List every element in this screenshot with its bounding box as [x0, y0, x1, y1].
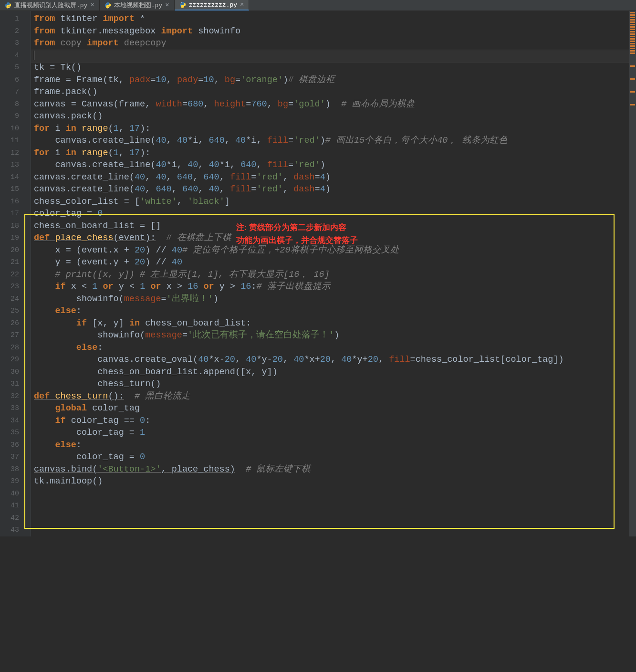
line-number[interactable]: 32: [0, 390, 24, 403]
line-number[interactable]: 17: [0, 208, 24, 220]
line-number[interactable]: 13: [0, 159, 24, 171]
code-line[interactable]: chess_on_board_list.append([x, y]): [34, 366, 629, 378]
line-number[interactable]: 24: [0, 293, 24, 305]
code-line[interactable]: canvas.create_line(40, 640, 640, 40, fil…: [34, 183, 629, 196]
code-line[interactable]: chess_turn(): [34, 378, 629, 390]
code-line[interactable]: canvas.create_line(40, 40*i, 640, 40*i, …: [34, 135, 629, 147]
line-number[interactable]: 38: [0, 463, 24, 476]
code-line[interactable]: chess_color_list = ['white', 'black']: [34, 196, 629, 208]
warning-marker[interactable]: [630, 31, 635, 32]
code-editor[interactable]: 1234567891011121314151617181920212223242…: [0, 11, 636, 536]
code-line[interactable]: color_tag = 1: [34, 427, 629, 439]
code-area[interactable]: from tkinter import *from tkinter.messag…: [31, 11, 629, 536]
code-line[interactable]: frame.pack(): [34, 86, 629, 98]
code-line[interactable]: canvas.pack(): [34, 110, 629, 123]
line-number[interactable]: 22: [0, 269, 24, 281]
warning-marker[interactable]: [630, 21, 635, 23]
warning-marker[interactable]: [630, 48, 635, 49]
line-number[interactable]: 12: [0, 147, 24, 159]
editor-tab[interactable]: 本地视频档图.py×: [100, 0, 175, 10]
line-number[interactable]: 14: [0, 171, 24, 184]
line-number[interactable]: 23: [0, 281, 24, 293]
warning-marker[interactable]: [630, 26, 635, 28]
warning-marker[interactable]: [630, 41, 635, 42]
line-number[interactable]: 5: [0, 62, 24, 74]
line-number[interactable]: 30: [0, 366, 24, 378]
close-icon[interactable]: ×: [240, 1, 244, 8]
line-number[interactable]: 26: [0, 317, 24, 330]
line-number[interactable]: 34: [0, 415, 24, 427]
line-number[interactable]: 7: [0, 86, 24, 98]
line-number[interactable]: 37: [0, 451, 24, 463]
code-line[interactable]: tk = Tk(): [34, 62, 629, 74]
code-line[interactable]: def chess_turn(): # 黑白轮流走: [34, 390, 629, 403]
warning-marker[interactable]: [630, 104, 635, 105]
line-number[interactable]: 8: [0, 98, 24, 111]
line-number[interactable]: 40: [0, 488, 24, 500]
line-number[interactable]: 33: [0, 402, 24, 415]
code-line[interactable]: color_tag = 0: [34, 208, 629, 220]
code-line[interactable]: showinfo(message='此次已有棋子，请在空白处落子！'): [34, 329, 629, 342]
warning-marker[interactable]: [630, 78, 635, 80]
line-number[interactable]: 6: [0, 74, 24, 86]
line-number[interactable]: 4: [0, 50, 24, 62]
code-line[interactable]: # print([x, y]) # 左上显示[1, 1], 右下最大显示[16，…: [34, 269, 629, 281]
code-line[interactable]: for i in range(1, 17):: [34, 147, 629, 159]
warning-marker[interactable]: [630, 38, 635, 40]
code-line[interactable]: canvas = Canvas(frame, width=680, height…: [34, 98, 629, 111]
line-number[interactable]: 15: [0, 183, 24, 196]
warning-marker[interactable]: [630, 43, 635, 44]
warning-marker[interactable]: [630, 65, 635, 67]
code-line[interactable]: canvas.create_oval(40*x-20, 40*y-20, 40*…: [34, 354, 629, 366]
code-line[interactable]: color_tag = 0: [34, 451, 629, 463]
warning-marker[interactable]: [630, 29, 635, 30]
line-number[interactable]: 35: [0, 427, 24, 439]
close-icon[interactable]: ×: [165, 2, 169, 9]
line-number[interactable]: 21: [0, 256, 24, 269]
error-stripe[interactable]: [629, 11, 636, 536]
warning-marker[interactable]: [630, 17, 635, 18]
warning-marker[interactable]: [630, 19, 635, 21]
code-line[interactable]: showinfo(message='出界啦！'): [34, 293, 629, 305]
code-line[interactable]: if [x, y] in chess_on_board_list:: [34, 317, 629, 330]
line-number[interactable]: 10: [0, 123, 24, 135]
line-number[interactable]: 25: [0, 305, 24, 317]
code-line[interactable]: global color_tag: [34, 402, 629, 415]
code-line[interactable]: else:: [34, 342, 629, 354]
line-number[interactable]: 43: [0, 524, 24, 536]
code-line[interactable]: [34, 50, 629, 62]
warning-marker[interactable]: [630, 50, 635, 52]
code-line[interactable]: if color_tag == 0:: [34, 415, 629, 427]
code-line[interactable]: canvas.create_line(40, 40, 640, 640, fil…: [34, 171, 629, 184]
code-line[interactable]: frame = Frame(tk, padx=10, pady=10, bg='…: [34, 74, 629, 86]
line-number[interactable]: 11: [0, 135, 24, 147]
code-line[interactable]: for i in range(1, 17):: [34, 123, 629, 135]
code-line[interactable]: y = (event.y + 20) // 40: [34, 256, 629, 269]
warning-marker[interactable]: [630, 12, 635, 13]
warning-marker[interactable]: [630, 52, 635, 54]
warning-marker[interactable]: [630, 24, 635, 25]
line-number[interactable]: 2: [0, 25, 24, 38]
line-number[interactable]: 27: [0, 329, 24, 342]
code-line[interactable]: canvas.bind('<Button-1>', place_chess) #…: [34, 463, 629, 476]
code-line[interactable]: canvas.create_line(40*i, 40, 40*i, 640, …: [34, 159, 629, 171]
warning-marker[interactable]: [630, 36, 635, 37]
warning-marker[interactable]: [630, 45, 635, 47]
code-line[interactable]: if x < 1 or y < 1 or x > 16 or y > 16:# …: [34, 281, 629, 293]
line-number[interactable]: 3: [0, 37, 24, 50]
line-number[interactable]: 19: [0, 232, 24, 244]
close-icon[interactable]: ×: [90, 2, 94, 9]
line-number[interactable]: 39: [0, 475, 24, 488]
line-number[interactable]: 36: [0, 439, 24, 452]
line-number[interactable]: 16: [0, 196, 24, 208]
code-line[interactable]: tk.mainloop(): [34, 475, 629, 488]
editor-tab[interactable]: zzzzzzzzzz.py×: [175, 0, 250, 10]
code-line[interactable]: else:: [34, 439, 629, 452]
warning-marker[interactable]: [630, 14, 635, 16]
warning-marker[interactable]: [630, 33, 635, 35]
line-number[interactable]: 29: [0, 354, 24, 366]
code-line[interactable]: else:: [34, 305, 629, 317]
warning-marker[interactable]: [630, 91, 635, 93]
line-number[interactable]: 9: [0, 110, 24, 123]
line-number[interactable]: 42: [0, 512, 24, 525]
